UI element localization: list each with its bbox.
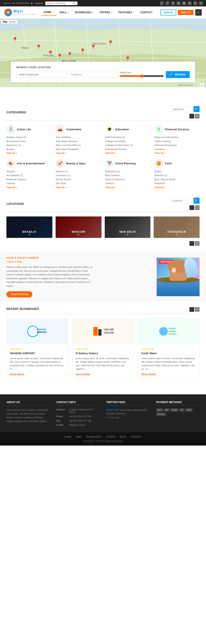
category-link-6-4[interactable]: View all » xyxy=(105,186,150,189)
category-link-5-4[interactable]: View all » xyxy=(56,186,101,189)
read-more-0[interactable]: READ MORE xyxy=(10,373,24,376)
category-link-2-0[interactable]: Adult Education (1) xyxy=(105,136,150,139)
category-link-5-2[interactable]: Beauty Supply xyxy=(56,178,101,181)
cart-icon[interactable]: 🛒 xyxy=(195,9,202,16)
category-link-3-2[interactable]: Financial Advising (1) xyxy=(154,143,199,147)
footer-nav-wall[interactable]: WALL xyxy=(76,436,82,438)
offer-button[interactable]: VIEW OFFER ▶ xyxy=(7,291,32,298)
map-tab-seattle[interactable]: Seattle xyxy=(9,20,16,23)
map-pin-2[interactable]: 📍 xyxy=(35,44,42,50)
category-link-3-1[interactable]: Check Cashing xyxy=(154,140,199,143)
search-button[interactable]: 🔍 SEARCH xyxy=(166,71,190,78)
category-header-0[interactable]: 🏃Active Life xyxy=(7,125,52,134)
category-link-4-0[interactable]: Arcades xyxy=(7,170,52,174)
support-link[interactable]: Support xyxy=(35,2,43,4)
category-header-1[interactable]: 🚗Automotive xyxy=(56,125,101,134)
category-link-4-4[interactable]: View all » xyxy=(7,186,52,189)
category-link-2-3[interactable]: Educational Services xyxy=(105,148,150,151)
category-link-2-4[interactable]: View all » xyxy=(105,151,150,155)
categories-prev-button[interactable]: ‹ xyxy=(189,114,194,118)
close-icon[interactable]: ✕ xyxy=(199,1,203,5)
category-header-6[interactable]: 📅Event Planning xyxy=(105,159,150,168)
category-link-3-3[interactable]: Insurance xyxy=(154,148,199,151)
map-pin-4[interactable]: 📍 xyxy=(56,53,63,59)
category-link-3-4[interactable]: View all » xyxy=(154,151,199,155)
category-link-0-1[interactable]: Amusement Parks xyxy=(7,140,52,143)
categories-next-button[interactable]: › xyxy=(195,114,199,118)
category-link-6-3[interactable]: Caterers xyxy=(105,182,150,185)
map-tab[interactable]: Map Seattle xyxy=(1,20,18,24)
category-header-4[interactable]: 🎭Arts & Entertainment xyxy=(7,159,52,168)
email-icon[interactable]: ✉ xyxy=(188,1,192,5)
category-header-3[interactable]: $Financial Services xyxy=(154,125,199,134)
nav-businesses[interactable]: BUSINESSES ▼ xyxy=(72,9,97,16)
category-link-4-2[interactable]: Botanical Gardens xyxy=(7,178,52,181)
linkedin-icon[interactable]: in xyxy=(171,1,175,5)
locations-next-button[interactable]: › xyxy=(195,205,199,210)
category-link-7-2[interactable]: Beer, Wine & Spirits xyxy=(154,178,199,181)
recent-prev-button[interactable]: ‹ xyxy=(189,307,194,312)
category-link-3-0[interactable]: Banks & Credit Unions xyxy=(154,136,199,139)
category-link-5-0[interactable]: Barbers (1) xyxy=(56,170,101,174)
nav-contact[interactable]: CONTACT xyxy=(138,9,155,16)
footer-nav-blog[interactable]: BLOG xyxy=(120,436,126,438)
locations-search-input[interactable] xyxy=(171,198,192,203)
category-link-6-2[interactable]: Cards & Stationery xyxy=(105,178,150,181)
category-link-0-0[interactable]: Amateur Sports (1) xyxy=(7,136,52,139)
category-link-7-0[interactable]: Bagels xyxy=(154,170,199,174)
map-pin-6[interactable]: 📍 xyxy=(79,48,86,54)
category-link-7-4[interactable]: View all » xyxy=(154,186,199,189)
category-link-7-1[interactable]: Bakeries (1) xyxy=(154,174,199,177)
map-pin-8[interactable]: 📍 xyxy=(107,40,114,46)
locations-search-button[interactable]: 🔍 xyxy=(193,198,199,204)
nav-home[interactable]: HOME ▼ xyxy=(41,9,57,16)
category-link-4-3[interactable]: Casinos xyxy=(7,182,52,185)
footer-tweet-handle[interactable]: @TWITTER xyxy=(106,409,119,411)
twitter-icon[interactable]: t xyxy=(165,1,169,5)
category-link-1-0[interactable]: Auto Detailing xyxy=(56,136,101,139)
read-more-1[interactable]: READ MORE xyxy=(76,373,90,376)
nav-offers[interactable]: OFFERS ▼ xyxy=(97,9,115,16)
category-header-2[interactable]: 🎓Education xyxy=(105,125,150,134)
footer-nav-businesses[interactable]: BUSINESSES xyxy=(86,436,101,438)
locations-prev-button[interactable]: ‹ xyxy=(189,205,194,210)
category-link-2-2[interactable]: Colleges & Universities (1) xyxy=(105,143,150,147)
location-card-brasília[interactable]: BRASÍLIA0 xyxy=(7,216,52,238)
map-pin-7[interactable]: 📍 xyxy=(90,44,97,50)
location-card-moscow[interactable]: MOSCOW0 xyxy=(56,216,101,238)
location-card-new delhi[interactable]: NEW DELHI0 xyxy=(105,216,151,238)
categories-search-button[interactable]: 🔍 xyxy=(193,106,199,112)
locations-bottom-prev[interactable]: ‹ xyxy=(189,241,194,246)
category-link-4-1[interactable]: Art Galleries (1) xyxy=(7,174,52,177)
googleplus-icon[interactable]: g+ xyxy=(177,1,180,5)
category-link-7-3[interactable]: Breweries xyxy=(154,182,199,185)
map-pin-3[interactable]: 📍 xyxy=(47,50,54,56)
category-link-2-1[interactable]: College Counseling xyxy=(105,140,150,143)
location-card-stockholm[interactable]: STOCKHOLM0 xyxy=(154,216,199,238)
radius-slider[interactable] xyxy=(120,74,164,78)
top-search-input[interactable] xyxy=(47,2,72,4)
map-pin-1[interactable]: 📍 xyxy=(12,37,18,43)
footer-nav-offers[interactable]: OFFERS xyxy=(106,436,115,438)
read-more-2[interactable]: READ MORE xyxy=(141,373,156,376)
top-search-bar[interactable]: 🔍 xyxy=(45,2,77,5)
signin-button[interactable]: SIGN IN xyxy=(160,10,176,16)
pinterest-icon[interactable]: P xyxy=(193,1,197,5)
footer-nav-home[interactable]: HOME xyxy=(64,436,71,438)
category-header-7[interactable]: 🍔Food xyxy=(154,159,199,168)
category-link-1-4[interactable]: View all » xyxy=(56,151,101,155)
search-category-select[interactable]: Category... xyxy=(68,71,118,78)
category-link-1-2[interactable]: Auto Loan Providers (1) xyxy=(56,143,101,147)
search-keyword-input[interactable] xyxy=(16,71,66,78)
top-search-icon[interactable]: 🔍 xyxy=(73,2,76,5)
map-pin-12[interactable]: 📍 xyxy=(124,56,131,62)
category-link-0-2[interactable]: Aquariums (1) xyxy=(7,143,52,147)
category-link-6-0[interactable]: Bartenders (1) xyxy=(105,170,150,174)
category-link-1-3[interactable]: Auto Parts & Supplies xyxy=(56,148,101,151)
locations-bottom-next[interactable]: › xyxy=(195,241,199,246)
category-link-0-4[interactable]: View all » xyxy=(7,151,52,155)
category-link-5-3[interactable]: Day Spas xyxy=(56,182,101,185)
categories-search-input[interactable] xyxy=(171,107,192,112)
footer-nav-contact[interactable]: CONTACT xyxy=(130,436,142,438)
category-header-5[interactable]: 💅Beauty & Spas xyxy=(56,159,101,168)
